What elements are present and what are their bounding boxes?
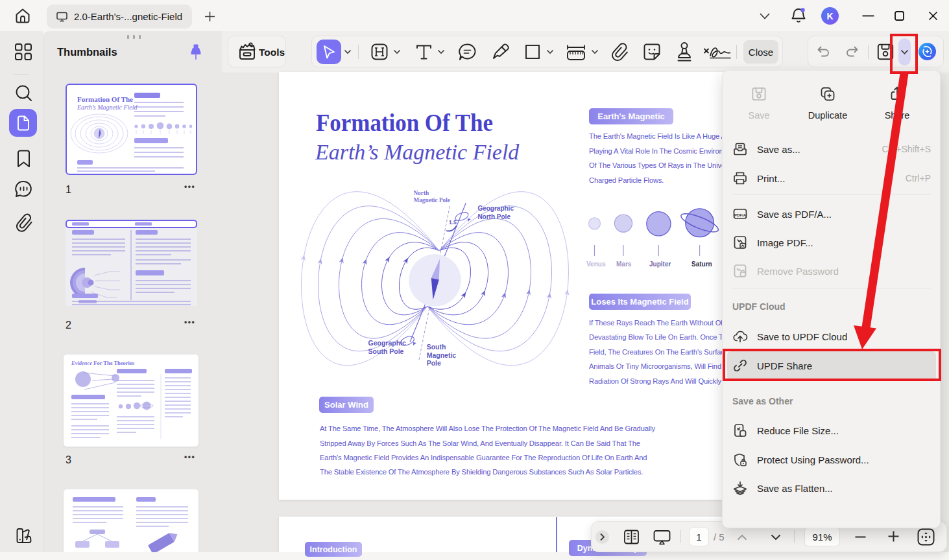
svg-text:North Pole: North Pole [477,213,511,220]
svg-text:Evidence For The Theories: Evidence For The Theories [71,360,135,366]
svg-text:South: South [427,343,446,351]
svg-text:North: North [413,190,429,196]
svg-text:Earth’s Magnetic Field: Earth’s Magnetic Field [77,104,138,111]
svg-text:South Pole: South Pole [368,347,404,355]
svg-text:1.5: 1.5 [449,219,457,226]
svg-text:Magnetic: Magnetic [427,351,457,359]
svg-text:Magnetic Pole: Magnetic Pole [413,197,450,204]
svg-text:Pole: Pole [427,359,441,367]
svg-text:PDF/A: PDF/A [734,213,747,217]
svg-text:Geographic: Geographic [477,205,514,212]
svg-text:Geographic: Geographic [368,339,407,347]
svg-text:Formation Of The: Formation Of The [77,95,133,103]
